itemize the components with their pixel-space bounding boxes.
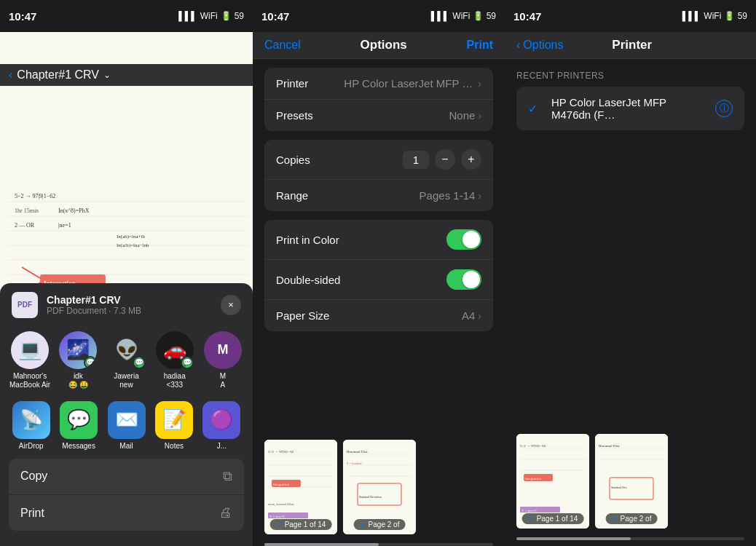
contact-name-jaweria: Jawerianew xyxy=(114,372,138,389)
preview-thumb-2[interactable]: Binomial Dist. E = Gradient Standard Dev… xyxy=(343,440,416,534)
svg-text:Standard Deviation: Standard Deviation xyxy=(359,495,382,499)
status-bar-mid: 10:47 ▌▌▌ WiFi 🔋 59 xyxy=(253,0,505,32)
presets-value-text: None xyxy=(449,109,475,122)
print-label: Print xyxy=(20,507,44,520)
svg-text:Binomial Dist.: Binomial Dist. xyxy=(599,444,620,448)
preview-badge-text-1: Page 1 of 14 xyxy=(285,521,326,529)
copies-label: Copies xyxy=(276,154,310,166)
app-misc[interactable]: 🟣 J... xyxy=(202,401,241,450)
contact-avatar-hadiaa: 🚗 💬 xyxy=(156,331,194,369)
contact-avatar-idk: 🌌 💬 xyxy=(59,331,97,369)
range-label: Range xyxy=(276,189,308,202)
printer-row[interactable]: Printer HP Color LaserJet MFP M476dn (F5… xyxy=(264,68,493,100)
status-icons-mid: ▌▌▌ WiFi 🔋 59 xyxy=(431,11,496,21)
right-preview-badge-2: ✓ Page 2 of xyxy=(606,513,658,524)
options-list: Printer HP Color LaserJet MFP M476dn (F5… xyxy=(253,59,505,431)
preview-badge-2: ✓ Page 2 of xyxy=(354,519,406,530)
wifi-icon: WiFi xyxy=(200,11,218,21)
app-mail[interactable]: ✉️ Mail xyxy=(107,401,146,450)
print-previews-mid: 5−2 → 97|9|1−62 Integration mean, Assume… xyxy=(253,431,505,543)
app-notes[interactable]: 📝 Notes xyxy=(154,401,193,450)
nav-title-left: Chapter#1 CRV xyxy=(17,68,99,82)
app-messages[interactable]: 💬 Messages xyxy=(59,401,98,450)
svg-text:5−2 → 97|9|1−62: 5−2 → 97|9|1−62 xyxy=(268,450,294,454)
print-nav-button[interactable]: Print xyxy=(467,39,493,52)
presets-row[interactable]: Presets None › xyxy=(264,100,493,131)
contact-idk[interactable]: 🌌 💬 idk😂 🤑 xyxy=(57,331,99,389)
badge-idk: 💬 xyxy=(84,356,97,369)
printer-check-icon: ✓ xyxy=(528,102,543,116)
right-badge-text-1: Page 1 of 14 xyxy=(537,515,578,523)
svg-text:|ne=1: |ne=1 xyxy=(58,222,71,229)
paper-size-row[interactable]: Paper Size A4 › xyxy=(264,300,493,331)
preview-badge-1: ✓ Page 1 of 14 xyxy=(270,519,332,530)
contact-name-hadiaa: hadiaa<333 xyxy=(164,372,186,389)
doc-icon: PDF xyxy=(12,292,38,318)
copy-icon: ⧉ xyxy=(223,469,232,484)
contact-macbook[interactable]: 💻 Mahnoor'sMacBook Air xyxy=(9,331,51,389)
contact-m[interactable]: M MA xyxy=(202,331,244,389)
toggle-knob-doublesided xyxy=(462,271,480,288)
cancel-button[interactable]: Cancel xyxy=(264,39,301,52)
paper-size-label: Paper Size xyxy=(276,309,329,322)
presets-value: None › xyxy=(449,109,481,122)
app-airdrop[interactable]: 📡 AirDrop xyxy=(12,401,50,450)
svg-text:Integration: Integration xyxy=(273,483,289,486)
contact-name-m: MA xyxy=(220,372,226,389)
status-icons-right: ▌▌▌ WiFi 🔋 59 xyxy=(682,11,747,21)
battery-right: 🔋 59 xyxy=(724,11,747,21)
printer-label: Printer xyxy=(276,77,308,90)
svg-text:Y = mx+C: Y = mx+C xyxy=(521,509,538,513)
printer-info-button[interactable]: ⓘ xyxy=(715,100,733,117)
scroll-bar-right xyxy=(516,537,744,540)
contact-jaweria[interactable]: 👽 💬 Jawerianew xyxy=(105,331,147,389)
range-value-text: Pages 1-14 xyxy=(420,189,476,202)
print-settings-group: Print in Color Double-sided Paper Size A… xyxy=(264,220,493,331)
preview-thumb-1[interactable]: 5−2 → 97|9|1−62 Integration mean, Assume… xyxy=(264,440,337,534)
right-preview-1[interactable]: 5−2 → 97|9|1−62 Integration Y = mx+C ✓ P… xyxy=(516,434,589,529)
back-icon-left[interactable]: ‹ xyxy=(9,68,12,82)
double-sided-toggle[interactable] xyxy=(446,269,481,290)
presets-label: Presets xyxy=(276,109,313,122)
time-right: 10:47 xyxy=(513,10,541,23)
toggle-knob-color xyxy=(462,231,480,248)
print-previews-right: 5−2 → 97|9|1−62 Integration Y = mx+C ✓ P… xyxy=(505,425,756,537)
double-sided-label: Double-sided xyxy=(276,274,340,286)
print-color-label: Print in Color xyxy=(276,234,339,246)
nav-chevron-left: ⌄ xyxy=(103,70,111,80)
action-row: Copy ⧉ Print 🖨 xyxy=(9,459,244,531)
print-color-toggle[interactable] xyxy=(446,229,481,250)
share-close-button[interactable]: × xyxy=(221,295,241,315)
copies-increment-button[interactable]: + xyxy=(461,149,481,170)
scroll-bar-mid xyxy=(264,543,493,546)
messages-label: Messages xyxy=(62,442,95,450)
print-button[interactable]: Print 🖨 xyxy=(9,495,244,531)
back-button-right[interactable]: ‹ Options xyxy=(516,39,563,52)
printer-item-1[interactable]: ✓ HP Color LaserJet MFP M476dn (F… ⓘ xyxy=(516,87,744,130)
contact-hadiaa[interactable]: 🚗 💬 hadiaa<333 xyxy=(154,331,196,389)
status-icons-left: ▌▌▌ WiFi 🔋 59 xyxy=(178,11,244,21)
svg-text:Y = mx+C: Y = mx+C xyxy=(269,515,286,518)
copies-range-group: Copies 1 − + Range Pages 1-14 › xyxy=(264,140,493,211)
contacts-row: 💻 Mahnoor'sMacBook Air 🌌 💬 idk😂 🤑 👽 💬 Ja… xyxy=(0,325,253,395)
print-icon: 🖨 xyxy=(219,505,232,521)
copies-decrement-button[interactable]: − xyxy=(435,149,455,170)
range-row[interactable]: Range Pages 1-14 › xyxy=(264,180,493,211)
battery-level-left: 59 xyxy=(235,11,244,21)
double-sided-row: Double-sided xyxy=(264,260,493,300)
copy-button[interactable]: Copy ⧉ xyxy=(9,459,244,494)
status-bar-left: 10:47 ▌▌▌ WiFi 🔋 59 xyxy=(0,0,253,32)
svg-text:In(ab)=lna+lb: In(ab)=lna+lb xyxy=(117,234,145,240)
scroll-indicator-right xyxy=(516,537,631,540)
doc-title: Chapter#1 CRV xyxy=(47,294,212,306)
doc-subtitle: PDF Document · 7.3 MB xyxy=(47,306,212,316)
right-preview-badge-1: ✓ Page 1 of 14 xyxy=(522,513,584,524)
right-preview-2[interactable]: Binomial Dist. Standard Dev ✓ Page 2 of xyxy=(595,434,668,529)
range-chevron: › xyxy=(478,190,481,202)
printer-list: ✓ HP Color LaserJet MFP M476dn (F… ⓘ xyxy=(516,87,744,130)
options-title: Options xyxy=(361,38,407,52)
share-sheet: PDF Chapter#1 CRV PDF Document · 7.3 MB … xyxy=(0,283,253,547)
printer-chevron: › xyxy=(478,78,481,90)
mail-label: Mail xyxy=(119,442,133,450)
right-badge-text-2: Page 2 of xyxy=(621,515,652,523)
